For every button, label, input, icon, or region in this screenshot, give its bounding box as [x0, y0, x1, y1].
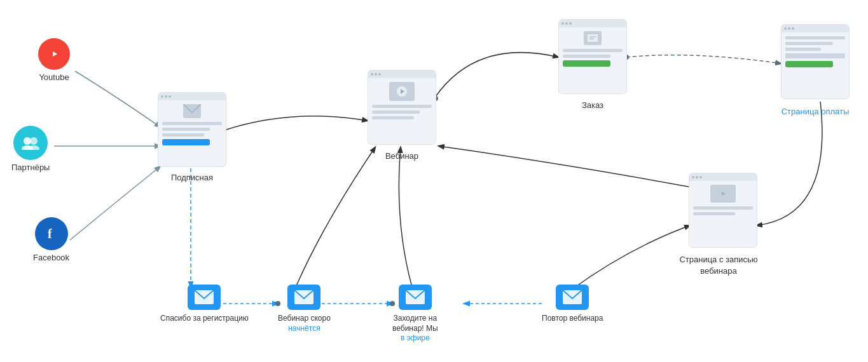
- email-thanks: Спасибо за регистрацию: [160, 285, 249, 324]
- record-card: [689, 173, 757, 248]
- facebook-label: Facebook: [33, 253, 69, 262]
- partners-label: Партнёры: [11, 163, 50, 172]
- email-soon-label: Вебинар скороначнётся: [278, 314, 331, 333]
- youtube-source: Youtube: [38, 38, 70, 82]
- email-soon: Вебинар скороначнётся: [278, 285, 331, 333]
- subscr-titlebar: [158, 93, 226, 100]
- order-card: [558, 19, 627, 94]
- facebook-source: f Facebook: [33, 217, 69, 262]
- subscr-label: Подписная: [158, 173, 226, 182]
- svg-rect-17: [588, 34, 598, 42]
- payment-card: [781, 24, 850, 99]
- payment-label: Страница оплаты: [781, 107, 850, 116]
- email-live-icon: [399, 285, 432, 310]
- partners-icon: [13, 126, 48, 160]
- webinar-titlebar: [368, 70, 436, 78]
- email-repeat-icon: [556, 285, 589, 310]
- youtube-icon: [38, 38, 70, 70]
- email-thanks-label: Спасибо за регистрацию: [160, 314, 249, 324]
- order-label: Заказ: [558, 100, 627, 110]
- partners-source: Партнёры: [11, 126, 50, 172]
- canvas: Youtube Партнёры f Facebook: [0, 0, 868, 362]
- webinar-card: [368, 70, 436, 145]
- email-live: Заходите навебинар! Мыв эфире: [392, 285, 438, 344]
- svg-point-10: [30, 137, 38, 145]
- record-label: Страница с записью вебинара: [674, 254, 763, 277]
- order-titlebar: [559, 20, 626, 27]
- youtube-label: Youtube: [39, 72, 69, 82]
- payment-titlebar: [782, 25, 849, 32]
- email-repeat-label: Повтор вебинара: [542, 314, 603, 324]
- svg-text:f: f: [48, 227, 52, 241]
- webinar-label: Вебинар: [368, 151, 436, 161]
- facebook-icon: f: [35, 217, 68, 250]
- record-titlebar: [689, 173, 757, 181]
- subscr-card: [158, 92, 226, 167]
- email-soon-icon: [287, 285, 320, 310]
- email-repeat: Повтор вебинара: [542, 285, 603, 324]
- email-live-label: Заходите навебинар! Мыв эфире: [392, 314, 438, 344]
- email-thanks-icon: [188, 285, 221, 310]
- svg-marker-15: [401, 89, 404, 94]
